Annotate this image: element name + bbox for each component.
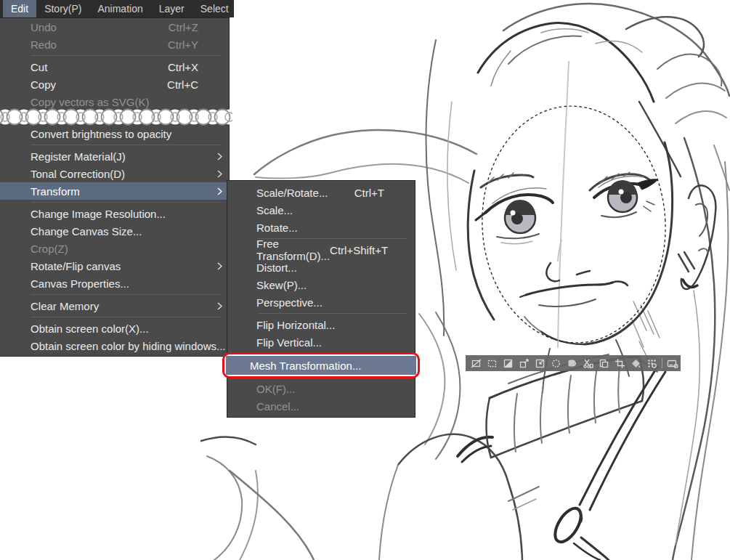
fill-icon[interactable]	[628, 355, 644, 371]
menu-item-clear-memory[interactable]: Clear Memory	[0, 297, 229, 315]
submenu-item-mesh-transformation[interactable]: Mesh Transformation...	[227, 351, 415, 380]
submenu-arrow-icon	[217, 302, 222, 310]
menu-item-canvas-properties[interactable]: Canvas Properties...	[0, 275, 229, 292]
menu-item-crop: Crop(Z)	[0, 240, 229, 257]
submenu-item-ok: OK(F)...	[227, 380, 415, 397]
submenu-arrow-icon	[217, 262, 222, 270]
expand-selection-icon[interactable]	[516, 355, 532, 371]
menubar-item-story[interactable]: Story(P)	[36, 0, 89, 17]
submenu-item-free-transform[interactable]: Free Transform(D)...Ctrl+Shift+T	[227, 241, 415, 259]
menu-bar: Edit Story(P) Animation Layer Select Vie…	[0, 0, 234, 17]
menu-item-undo: UndoCtrl+Z	[0, 18, 229, 36]
tone-icon[interactable]	[644, 355, 660, 371]
copy-paste-icon[interactable]	[596, 355, 612, 371]
submenu-item-flip-vertical[interactable]: Flip Vertical...	[227, 333, 415, 351]
annotation-red-ring: Mesh Transformation...	[222, 352, 420, 378]
menu-item-transform[interactable]: Transform	[0, 182, 229, 200]
feather-selection-icon[interactable]	[548, 355, 564, 371]
menu-separator	[0, 315, 229, 320]
menu-item-tonal-correction[interactable]: Tonal Correction(D)	[0, 165, 229, 182]
quick-mask-icon[interactable]	[564, 355, 580, 371]
invert-selection-icon[interactable]	[500, 355, 516, 371]
menubar-item-select[interactable]: Select	[192, 0, 234, 17]
crop-icon[interactable]	[612, 355, 628, 371]
menu-separator	[0, 200, 229, 205]
menu-separator	[227, 311, 415, 316]
submenu-item-flip-horizontal[interactable]: Flip Horizontal...	[227, 316, 415, 333]
toolbar-divider	[662, 358, 662, 368]
menu-item-register-material[interactable]: Register Material(J)	[0, 147, 229, 165]
transform-submenu: Scale/Rotate...Ctrl+T Scale... Rotate...…	[227, 180, 415, 418]
menu-item-change-image-resolution[interactable]: Change Image Resolution...	[0, 205, 229, 222]
menubar-item-edit[interactable]: Edit	[3, 0, 36, 17]
menu-item-redo: RedoCtrl+Y	[0, 36, 229, 53]
deselect-icon[interactable]	[468, 355, 484, 371]
submenu-arrow-icon	[217, 170, 222, 178]
submenu-item-distort[interactable]: Distort...	[227, 259, 415, 276]
selection-launcher-toolbar	[466, 355, 681, 371]
shrink-selection-icon[interactable]	[532, 355, 548, 371]
launcher-settings-icon[interactable]	[665, 355, 681, 371]
submenu-item-rotate[interactable]: Rotate...	[227, 219, 415, 236]
menu-item-cut[interactable]: CutCtrl+X	[0, 58, 229, 76]
menu-item-obtain-screen-color-hiding-windows[interactable]: Obtain screen color by hiding windows...	[0, 337, 229, 354]
mesh-transformation-highlight[interactable]: Mesh Transformation...	[226, 356, 416, 375]
edit-menu: UndoCtrl+Z RedoCtrl+Y CutCtrl+X CopyCtrl…	[0, 17, 230, 357]
menu-separator	[0, 292, 229, 297]
menubar-item-animation[interactable]: Animation	[89, 0, 150, 17]
menu-item-change-canvas-size[interactable]: Change Canvas Size...	[0, 222, 229, 240]
submenu-item-scale-rotate[interactable]: Scale/Rotate...Ctrl+T	[227, 184, 415, 201]
menu-separator	[0, 53, 229, 58]
submenu-item-cancel: Cancel...	[227, 397, 415, 415]
menubar-item-layer[interactable]: Layer	[151, 0, 192, 17]
submenu-item-skew[interactable]: Skew(P)...	[227, 276, 415, 293]
submenu-arrow-icon	[217, 187, 222, 195]
select-area-icon[interactable]	[484, 355, 500, 371]
submenu-item-scale[interactable]: Scale...	[227, 201, 415, 219]
menu-item-rotate-flip-canvas[interactable]: Rotate/Flip canvas	[0, 257, 229, 275]
cut-paste-icon[interactable]	[580, 355, 596, 371]
torn-edge-decoration	[0, 110, 229, 125]
submenu-item-perspective[interactable]: Perspective...	[227, 293, 415, 311]
menu-item-copy[interactable]: CopyCtrl+C	[0, 76, 229, 93]
submenu-arrow-icon	[217, 153, 222, 161]
menu-separator	[0, 142, 229, 147]
menu-item-convert-brightness-to-opacity[interactable]: Convert brightness to opacity	[0, 125, 229, 142]
menu-item-obtain-screen-color[interactable]: Obtain screen color(X)...	[0, 320, 229, 337]
app-window: Edit Story(P) Animation Layer Select Vie…	[0, 0, 730, 560]
